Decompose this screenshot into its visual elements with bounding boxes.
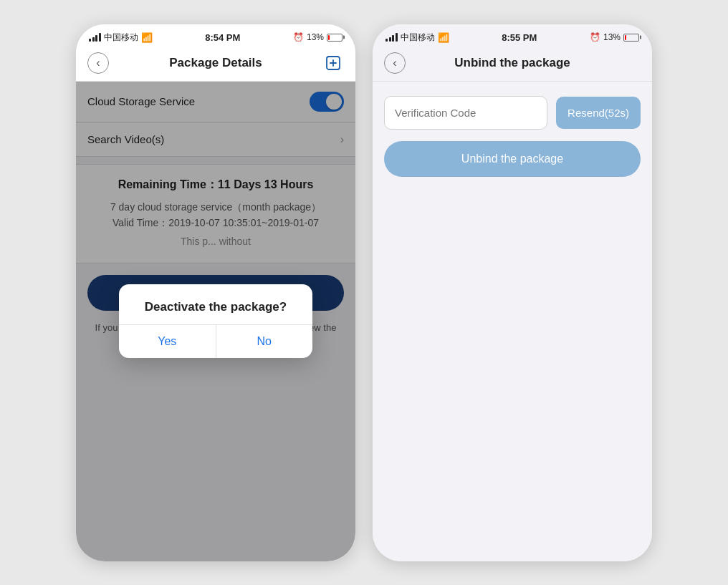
unbind-button[interactable]: Unbind the package [384, 141, 641, 177]
phone2-battery-icon [623, 34, 639, 42]
battery-fill [328, 35, 330, 40]
phone1-status-left: 中国移动 📶 [89, 32, 153, 44]
dialog-title: Deactivate the package? [119, 284, 312, 324]
verification-row: Resend(52s) [384, 96, 641, 130]
phone2-time: 8:55 PM [502, 32, 537, 43]
phone1-nav-bar: ‹ Package Details [76, 48, 355, 82]
phone2-nav-bar: ‹ Unbind the package [373, 48, 652, 82]
phone1-back-button[interactable]: ‹ [87, 52, 109, 74]
dialog-yes-button[interactable]: Yes [119, 325, 216, 358]
signal-bars-icon [89, 33, 101, 42]
phone2-status-right: ⏰ 13% [590, 32, 639, 42]
phone1-status-right: ⏰ 13% [293, 32, 343, 42]
dialog-buttons: Yes No [119, 325, 312, 358]
phone1-nav-icon-right[interactable] [322, 52, 344, 74]
phone2-battery-fill [625, 35, 626, 40]
phone1-content: Cloud Storage Service Search Video(s) › … [76, 82, 355, 561]
phone1-status-bar: 中国移动 📶 8:54 PM ⏰ 13% [76, 24, 355, 48]
phone1-battery-pct: 13% [307, 32, 324, 42]
phone2-wifi-icon: 📶 [438, 32, 449, 43]
phone1-time: 8:54 PM [205, 32, 240, 43]
verification-code-input[interactable] [384, 96, 547, 130]
battery-icon [327, 34, 343, 42]
phone2-status-left: 中国移动 📶 [385, 32, 449, 44]
dialog-no-button[interactable]: No [216, 325, 313, 358]
phone2-signal-bars-icon [385, 33, 398, 42]
resend-button[interactable]: Resend(52s) [556, 97, 641, 129]
dialog-overlay: Deactivate the package? Yes No [76, 82, 355, 561]
phone1: 中国移动 📶 8:54 PM ⏰ 13% ‹ Package Details [76, 24, 355, 561]
phone2-back-button[interactable]: ‹ [384, 52, 406, 74]
phone2-nav-title: Unbind the package [406, 56, 619, 70]
phone1-carrier: 中国移动 [104, 32, 138, 44]
phones-container: 中国移动 📶 8:54 PM ⏰ 13% ‹ Package Details [76, 24, 652, 561]
phone1-nav-title: Package Details [109, 56, 322, 70]
phone2-carrier: 中国移动 [401, 32, 435, 44]
wifi-icon: 📶 [141, 32, 153, 43]
phone2: 中国移动 📶 8:55 PM ⏰ 13% ‹ Unbind the packag… [373, 24, 652, 561]
phone2-status-bar: 中国移动 📶 8:55 PM ⏰ 13% [373, 24, 652, 48]
phone2-alarm-icon: ⏰ [590, 32, 600, 42]
deactivate-dialog: Deactivate the package? Yes No [119, 284, 312, 358]
alarm-icon: ⏰ [293, 32, 304, 42]
phone2-battery-pct: 13% [603, 32, 621, 42]
phone2-content: Resend(52s) Unbind the package [373, 82, 652, 561]
